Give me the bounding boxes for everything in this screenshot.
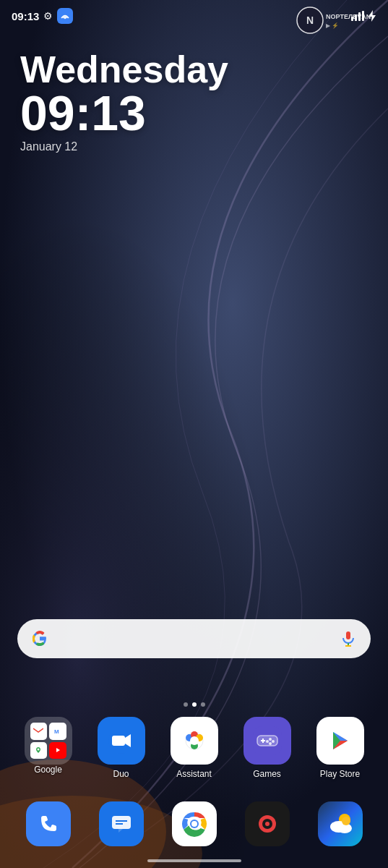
blue-indicator [57, 8, 73, 24]
microphone-icon [340, 630, 357, 647]
dock-phone[interactable] [21, 801, 75, 846]
games-svg [253, 726, 282, 755]
assistant-icon [171, 717, 218, 765]
app-grid: M Go [0, 702, 388, 785]
svg-point-33 [190, 736, 199, 745]
app-row-main: M Go [12, 717, 376, 779]
chrome-svg [180, 809, 209, 838]
app-duo[interactable]: Duo [90, 717, 153, 779]
clock-time: 09:13 [20, 88, 228, 137]
status-time: 09:13 [12, 10, 39, 22]
assistant-svg [180, 726, 209, 755]
svg-point-54 [265, 822, 270, 826]
camera-svg [245, 801, 290, 846]
games-label: Games [253, 769, 281, 779]
svg-point-21 [38, 749, 40, 751]
games-icon [243, 717, 291, 765]
svg-point-38 [269, 738, 272, 741]
app-google[interactable]: M Go [17, 717, 80, 775]
svg-point-41 [266, 740, 269, 743]
assistant-label: Assistant [176, 769, 212, 779]
google-folder-icon: M [25, 717, 72, 765]
duo-icon [98, 717, 145, 765]
watermark-logo: N NОРТЕЛЕVАN ▶ ⚡ [296, 6, 382, 35]
datetime-section: Wednesday 09:13 January 12 [20, 51, 228, 153]
duo-svg [108, 727, 135, 754]
page-indicators [12, 702, 376, 707]
home-indicator [147, 859, 241, 862]
camera-icon [245, 801, 290, 846]
dock-chrome[interactable] [167, 801, 221, 846]
playstore-label: Play Store [320, 769, 360, 779]
svg-rect-17 [33, 728, 43, 735]
page-dot-2 [192, 702, 197, 707]
svg-point-4 [64, 17, 66, 19]
svg-point-40 [269, 742, 272, 745]
svg-point-50 [191, 821, 197, 827]
app-playstore[interactable]: Play Store [309, 717, 372, 779]
youtube-mini-icon [49, 742, 66, 760]
dock [12, 801, 376, 846]
chrome-icon [172, 801, 217, 846]
dock-camera[interactable] [240, 801, 294, 846]
gear-icon: ⚙ [43, 10, 53, 22]
playstore-icon [316, 717, 364, 765]
page-dot-1 [184, 702, 188, 707]
duo-label: Duo [113, 769, 129, 779]
svg-rect-14 [346, 631, 350, 639]
page-dot-3 [201, 702, 205, 707]
svg-text:M: M [54, 728, 59, 735]
svg-point-58 [342, 817, 350, 825]
dock-weather[interactable] [313, 801, 367, 846]
status-left: 09:13 ⚙ [12, 8, 73, 24]
google-logo [29, 628, 51, 650]
date-label: January 12 [20, 140, 228, 153]
app-assistant[interactable]: Assistant [163, 717, 226, 779]
playstore-svg [326, 726, 355, 755]
gmail-mini-icon [30, 723, 48, 740]
weather-icon [318, 801, 363, 846]
svg-text:▶ ⚡: ▶ ⚡ [326, 22, 339, 29]
gmail-m-mini-icon: M [49, 723, 66, 740]
day-name: Wednesday [20, 51, 228, 88]
phone-svg [38, 813, 59, 835]
dock-messages[interactable] [94, 801, 148, 846]
maps-mini-icon [30, 742, 48, 760]
wireless-icon [61, 12, 69, 20]
app-games[interactable]: Games [236, 717, 299, 779]
search-bar[interactable] [17, 619, 371, 658]
watermark: N NОРТЕЛЕVАN ▶ ⚡ [296, 6, 382, 38]
phone-icon [26, 801, 71, 846]
svg-text:NОРТЕЛЕVАN: NОРТЕЛЕVАN [326, 13, 371, 20]
messages-icon [99, 801, 144, 846]
google-label: Google [34, 765, 62, 775]
svg-point-39 [272, 740, 275, 743]
weather-svg [326, 809, 355, 838]
svg-rect-25 [112, 736, 125, 746]
svg-text:N: N [306, 14, 314, 26]
mic-icon[interactable] [337, 628, 359, 650]
messages-svg [110, 812, 133, 835]
